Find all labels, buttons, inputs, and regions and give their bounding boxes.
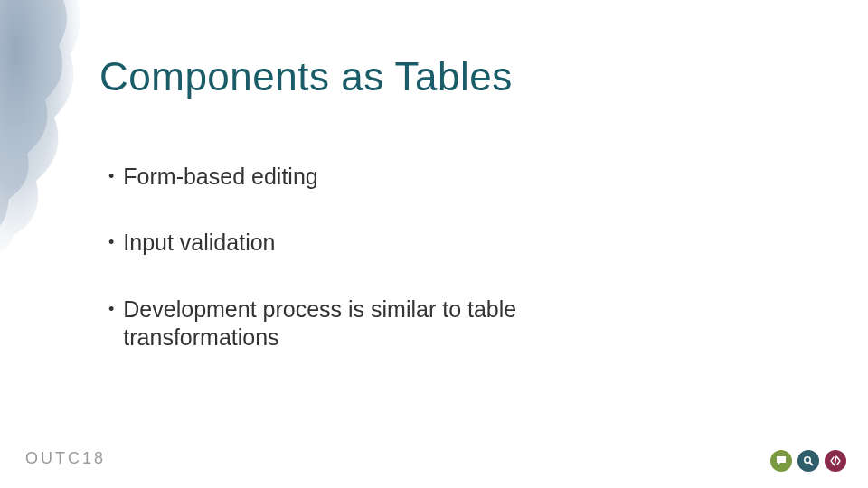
speech-bubble-icon xyxy=(770,450,792,472)
list-item: • Input validation xyxy=(108,229,651,257)
bullet-text: Development process is similar to table … xyxy=(123,296,651,352)
list-item: • Form-based editing xyxy=(108,163,651,191)
list-item: • Development process is similar to tabl… xyxy=(108,296,651,352)
magnifier-icon xyxy=(797,450,819,472)
bullet-dot-icon: • xyxy=(108,232,114,253)
svg-point-0 xyxy=(805,457,810,463)
bullet-text: Input validation xyxy=(123,229,275,257)
footer-logo: OUTC18 xyxy=(25,449,106,468)
bullet-dot-icon: • xyxy=(108,166,114,187)
footer-icon-row xyxy=(770,450,846,472)
slide-title: Components as Tables xyxy=(99,54,513,99)
code-brackets-icon xyxy=(825,450,846,472)
bullet-list: • Form-based editing • Input validation … xyxy=(108,163,651,389)
bullet-text: Form-based editing xyxy=(123,163,317,191)
bullet-dot-icon: • xyxy=(108,299,114,320)
svg-line-1 xyxy=(810,463,814,466)
watercolor-decoration xyxy=(0,0,90,253)
